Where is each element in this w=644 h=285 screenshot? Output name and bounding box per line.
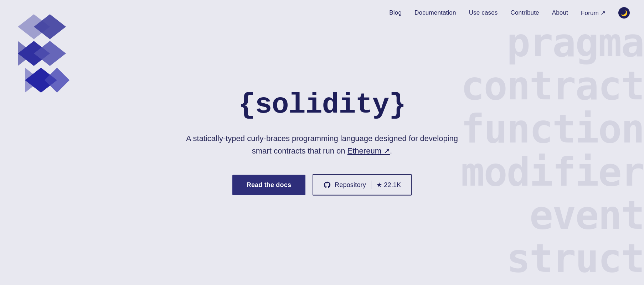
nav-contribute[interactable]: Contribute xyxy=(511,9,539,16)
repo-divider xyxy=(371,181,371,189)
hero-description-text1: A statically-typed curly-braces programm… xyxy=(186,134,458,155)
hero-description-text2: . xyxy=(390,146,392,155)
watermark-word-modifier: modifier xyxy=(461,151,644,194)
read-docs-button[interactable]: Read the docs xyxy=(232,175,305,195)
nav-documentation[interactable]: Documentation xyxy=(414,9,456,16)
theme-toggle-button[interactable]: 🌙 xyxy=(618,7,630,19)
hero-section: {solidity} A statically-typed curly-brac… xyxy=(180,89,465,196)
hero-title: {solidity} xyxy=(180,89,465,121)
repository-button[interactable]: Repository ★ 22.1K xyxy=(313,174,412,196)
svg-marker-7 xyxy=(45,68,69,93)
star-count: ★ 22.1K xyxy=(376,181,401,189)
watermark-word-pragma: pragma xyxy=(507,21,644,64)
nav-use-cases[interactable]: Use cases xyxy=(469,9,498,16)
nav-forum[interactable]: Forum xyxy=(581,9,606,17)
watermark-word-function: function xyxy=(461,108,644,151)
nav: Blog Documentation Use cases Contribute … xyxy=(389,7,630,19)
repository-label: Repository xyxy=(335,181,366,189)
nav-blog[interactable]: Blog xyxy=(389,9,402,16)
watermark-word-contract: contract xyxy=(461,64,644,108)
watermark-word-struct: struct xyxy=(507,237,644,280)
watermark-background: pragma contract function modifier event … xyxy=(461,21,644,285)
watermark-word-event: event xyxy=(530,194,644,237)
ethereum-link[interactable]: Ethereum ↗ xyxy=(347,146,390,155)
header: Blog Documentation Use cases Contribute … xyxy=(0,0,644,26)
github-icon xyxy=(323,181,331,189)
watermark-word-enum: enum xyxy=(552,280,644,285)
nav-about[interactable]: About xyxy=(552,9,568,16)
hero-buttons: Read the docs Repository ★ 22.1K xyxy=(180,174,465,196)
hero-description: A statically-typed curly-braces programm… xyxy=(180,132,465,157)
